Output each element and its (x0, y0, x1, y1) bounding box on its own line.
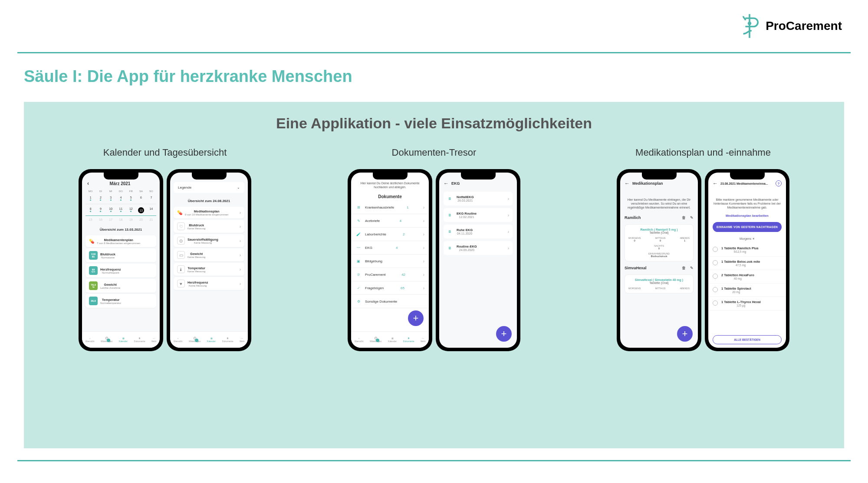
chevron-right-icon: › (240, 210, 241, 215)
doc-surveys[interactable]: ✓Fragebögen65› (351, 281, 429, 295)
calendar-week1[interactable]: 1 2 3 4 5 6 7 (85, 194, 156, 203)
tab-overview[interactable]: ⌂Übersicht (173, 337, 182, 343)
brand-logo: ProCarement (739, 13, 842, 39)
ov-bp[interactable]: ♡BlutdruckKeine Messung› (174, 220, 244, 233)
brand-name: ProCarement (766, 19, 842, 33)
file-icon: 🗎 (447, 228, 453, 235)
ov-medplan[interactable]: 💊Medikationsplan0 von 10 Medikamente ein… (174, 207, 244, 219)
delete-icon[interactable]: 🗑 (682, 215, 686, 220)
tab-documents[interactable]: 🗎Dokumente (134, 337, 145, 343)
bp-icon: ♡ (177, 222, 185, 230)
file-icon: 🗎 (447, 212, 453, 218)
back-button[interactable]: ← (444, 180, 449, 186)
divider-top (17, 52, 851, 53)
drug2-name: SimvaHexal (625, 266, 647, 270)
thermo-icon: 🌡 (177, 265, 185, 273)
doc-other[interactable]: ⚙Sonstige Dokumente (351, 295, 429, 308)
ov-weight[interactable]: ▭GewichtKeine Messung› (174, 248, 244, 261)
ekg-header: EKG (451, 181, 460, 186)
card-heartrate[interactable]: 93bpmHerzfrequenzNormofrequent (85, 264, 156, 277)
tab-overview[interactable]: ⌂Übersicht (354, 337, 363, 343)
section-morgens: Morgens (740, 237, 751, 240)
logo-small-icon: ℗ (355, 271, 362, 277)
calendar-prev[interactable]: ‹ (87, 180, 89, 186)
content-panel: Eine Applikation - viele Einsatzmöglichk… (24, 102, 844, 448)
doc-imaging[interactable]: ▣Bildgebung› (351, 255, 429, 268)
intake-item[interactable]: 2 Tabletten HexaFuro40 mg (708, 270, 786, 284)
back-button[interactable]: ← (625, 180, 630, 186)
doc-arzt[interactable]: ✎Arztbriefe4› (351, 214, 429, 228)
phone-overview: Legende⌄ Übersicht zum 24.08.2021 💊Medik… (167, 169, 251, 351)
calendar-week3[interactable]: 15 16 17 18 19 20 21 (85, 216, 156, 223)
ekg-item[interactable]: 🗎Routine-EKG24.09.2020› (444, 241, 513, 255)
card-bloodpressure[interactable]: 11981BlutdruckNormotonie (85, 248, 156, 262)
tab-messages[interactable]: 💬Mitteilungen (101, 337, 112, 343)
calendar-week2[interactable]: 8 9 10 11 12 13 14 (85, 205, 156, 216)
delete-icon[interactable]: 🗑 (682, 266, 686, 270)
drug1-name: Ramilich (625, 215, 641, 220)
settings-icon: ⚙ (355, 298, 362, 304)
doc-procarement[interactable]: ℗ProCarement42› (351, 268, 429, 281)
lab-icon: 🧪 (355, 231, 362, 237)
phone-documents: Hier kannst Du Deine ärztlichen Dokument… (348, 169, 432, 351)
svg-point-0 (749, 23, 751, 25)
file-icon: 🗎 (447, 245, 453, 251)
hospital-icon: ⊞ (355, 204, 362, 210)
edit-icon[interactable]: ✎ (690, 215, 694, 220)
intake-item[interactable]: 1 Tablette L-Thyrox Hexal125 µg (708, 297, 786, 310)
heart-icon: ♥ (177, 280, 185, 287)
tab-calendar[interactable]: ▦Kalender (119, 337, 128, 343)
doc-labor[interactable]: 🧪Laborberichte2› (351, 228, 429, 241)
retake-button[interactable]: EINNAHME VON GESTERN NACHTRAGEN (713, 222, 782, 232)
ekg-item[interactable]: 🗎Ruhe EKG04.11.2020› (444, 225, 513, 238)
ov-hr[interactable]: ♥HerzfrequenzKeine Messung› (174, 277, 244, 290)
doc-krankenhaus[interactable]: ⊞Krankenhausbriefe1› (351, 201, 429, 214)
tab-documents[interactable]: 🗎Dokumente (222, 337, 233, 343)
intake-item[interactable]: 1 Tablette Beloc-zok mite47,5 mg (708, 257, 786, 270)
card-temperature[interactable]: 36,0TemperaturNormaltemperatur (85, 294, 156, 308)
intake-item[interactable]: 1 Tablette Spirolact20 mg (708, 284, 786, 297)
pill-icon: 💊 (89, 239, 94, 244)
drug1-card: Ramilich ( Ramipril 5 mg ) Tablette (Ora… (625, 224, 694, 261)
intake-header: 23.08.2021 Medikamenteneinna... (720, 182, 768, 185)
intake-item[interactable]: 1 Tablette Ramilich Plus5/12,5 mg (708, 243, 786, 257)
edit-plan-link[interactable]: Medikationsplan bearbeiten (708, 212, 786, 219)
col1-title: Kalender und Tagesübersicht (79, 147, 251, 158)
subtitle: Eine Applikation - viele Einsatzmöglichk… (33, 115, 835, 132)
phone-medplan: ←Medikationsplan Hier kannst Du Medikame… (617, 169, 701, 351)
tabbar: ⌂Übersicht 💬Mitteilungen ▦Kalender 🗎Doku… (82, 331, 160, 348)
phone-intake: ←23.08.2021 Medikamenteneinna...? Bitte … (705, 169, 789, 351)
tab-more[interactable]: ⋯Mehr (151, 337, 156, 343)
ov-temp[interactable]: 🌡TemperaturKeine Messung› (174, 263, 244, 276)
tab-calendar[interactable]: ▦Kalender (207, 337, 216, 343)
ov-spo2[interactable]: ⊙SauerstoffsättigungKeine Messung› (174, 234, 244, 247)
legend-toggle[interactable]: Legende⌄ (174, 182, 244, 193)
fab-add[interactable]: + (408, 310, 424, 326)
edit-icon[interactable]: ✎ (690, 266, 694, 270)
survey-icon: ✓ (355, 285, 362, 291)
tab-more[interactable]: ⋯Mehr (421, 337, 425, 343)
back-button[interactable]: ← (713, 180, 718, 186)
tab-messages[interactable]: 💬Mitteilungen (189, 337, 201, 343)
radio-icon[interactable] (713, 247, 718, 252)
drug2-card: SimvaHexal ( Simvastatin 40 mg ) Tablett… (625, 274, 694, 294)
ekg-item[interactable]: 🗎EKG Routine12.02.2021› (444, 208, 513, 222)
calendar-month: März 2021 (110, 181, 131, 186)
tab-calendar[interactable]: ▦Kalender (388, 337, 397, 343)
fab-add[interactable]: + (677, 326, 693, 342)
fab-add[interactable]: + (496, 326, 512, 342)
card-weight[interactable]: 79,3kgGewichtLeichte Zunahme (85, 279, 156, 293)
tab-documents[interactable]: 🗎Dokumente (403, 337, 414, 343)
chevron-down-icon: ⌄ (237, 186, 240, 189)
tab-overview[interactable]: ⌂Übersicht (85, 337, 94, 343)
doc-ekg[interactable]: 〰EKG4› (351, 241, 429, 255)
help-icon[interactable]: ? (776, 180, 782, 186)
doctor-icon: ✎ (355, 218, 362, 224)
confirm-all-button[interactable]: ALLE BESTÄTIGEN (713, 335, 782, 344)
ekg-item[interactable]: 🗎NotfallEKG26.03.2021› (444, 192, 513, 206)
tab-more[interactable]: ⋯Mehr (240, 337, 244, 343)
ekg-icon: 〰 (355, 245, 362, 251)
card-medplan[interactable]: 💊Medikamentenplan7 von 8 Medikamenten ei… (85, 235, 156, 247)
calendar-weekdays: MODIMIDOFRSASO (85, 190, 156, 193)
tab-messages[interactable]: 💬Mitteilungen (370, 337, 381, 343)
